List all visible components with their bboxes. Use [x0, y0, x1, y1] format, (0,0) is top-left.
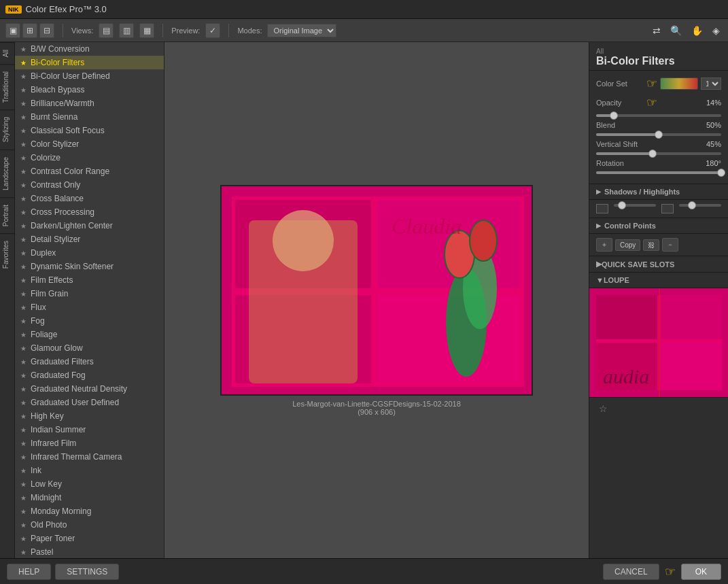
view-c-btn[interactable]: ▦: [139, 23, 154, 38]
filter-star-icon[interactable]: ★: [20, 372, 27, 379]
filter-item[interactable]: ★Indian Summer: [15, 423, 164, 436]
quick-save-header[interactable]: ▶ QUICK SAVE SLOTS: [589, 256, 728, 273]
filter-star-icon[interactable]: ★: [20, 168, 27, 175]
vshift-slider[interactable]: [596, 152, 721, 155]
filter-star-icon[interactable]: ★: [20, 549, 27, 556]
view-dual-btn[interactable]: ⊟: [39, 23, 54, 38]
filter-item[interactable]: ★Dynamic Skin Softener: [15, 260, 164, 273]
filter-item[interactable]: ★Old Photo: [15, 518, 164, 532]
filter-item[interactable]: ★Color Stylizer: [15, 137, 164, 151]
filter-star-icon[interactable]: ★: [20, 304, 27, 311]
filter-star-icon[interactable]: ★: [20, 59, 27, 67]
shadow-box-1[interactable]: [596, 204, 608, 213]
more-tool-btn[interactable]: ◈: [710, 24, 723, 37]
filter-star-icon[interactable]: ★: [20, 86, 27, 94]
cp-link-btn[interactable]: ⛓: [643, 239, 659, 251]
filter-star-icon[interactable]: ★: [20, 154, 27, 162]
settings-button[interactable]: SETTINGS: [55, 564, 119, 580]
filter-star-icon[interactable]: ★: [20, 73, 27, 80]
loupe-header[interactable]: ▼ LOUPE: [589, 273, 728, 288]
filter-item[interactable]: ★Film Effects: [15, 273, 164, 287]
tab-stylizing[interactable]: Stylizing: [0, 109, 14, 149]
filter-item[interactable]: ★Foliage: [15, 328, 164, 341]
filter-item[interactable]: ★Colorize: [15, 151, 164, 165]
filter-item[interactable]: ★Classical Soft Focus: [15, 124, 164, 137]
opacity-thumb[interactable]: [610, 111, 618, 120]
ok-button[interactable]: OK: [681, 564, 721, 580]
filter-item[interactable]: ★Detail Stylizer: [15, 233, 164, 246]
filter-star-icon[interactable]: ★: [20, 494, 27, 502]
rotation-slider[interactable]: [596, 171, 721, 174]
filter-item[interactable]: ★Flux: [15, 300, 164, 314]
filter-star-icon[interactable]: ★: [20, 426, 27, 434]
modes-select[interactable]: Original Image: [267, 24, 336, 37]
filter-item[interactable]: ★Contrast Only: [15, 178, 164, 192]
preview-image[interactable]: Claudia: [220, 185, 533, 396]
filter-item[interactable]: ★Darken/Lighten Center: [15, 219, 164, 233]
shadow-box-2[interactable]: [661, 204, 674, 213]
filter-star-icon[interactable]: ★: [20, 535, 27, 543]
filter-star-icon[interactable]: ★: [20, 141, 27, 148]
shadow-thumb-2[interactable]: [688, 201, 696, 209]
filter-item[interactable]: ★Bi-Color Filters: [15, 56, 164, 69]
shadow-slider-2[interactable]: [679, 204, 721, 207]
compare-tool-btn[interactable]: ⇄: [650, 24, 663, 37]
filter-star-icon[interactable]: ★: [20, 413, 27, 420]
filter-star-icon[interactable]: ★: [20, 467, 27, 475]
view-single-btn[interactable]: ▣: [5, 23, 20, 38]
filter-item[interactable]: ★Contrast Color Range: [15, 165, 164, 178]
shadows-highlights-header[interactable]: ▶ Shadows / Highlights: [589, 184, 728, 200]
filter-item[interactable]: ★Fog: [15, 314, 164, 328]
filter-star-icon[interactable]: ★: [20, 345, 27, 352]
filter-item[interactable]: ★Pastel: [15, 545, 164, 558]
filter-star-icon[interactable]: ★: [20, 508, 27, 515]
tab-portrait[interactable]: Portrait: [0, 197, 14, 233]
filter-item[interactable]: ★High Key: [15, 409, 164, 423]
filter-star-icon[interactable]: ★: [20, 100, 27, 107]
preview-check-btn[interactable]: ✓: [205, 23, 220, 38]
tab-all[interactable]: All: [0, 42, 14, 64]
filter-star-icon[interactable]: ★: [20, 222, 27, 230]
opacity-slider[interactable]: [596, 114, 721, 117]
filter-star-icon[interactable]: ★: [20, 209, 27, 216]
vshift-thumb[interactable]: [648, 150, 657, 158]
filter-star-icon[interactable]: ★: [20, 182, 27, 189]
filter-item[interactable]: ★Cross Processing: [15, 205, 164, 219]
filter-star-icon[interactable]: ★: [20, 114, 27, 121]
view-a-btn[interactable]: ▤: [99, 23, 114, 38]
tab-traditional[interactable]: Traditional: [0, 64, 14, 109]
view-b-btn[interactable]: ▥: [119, 23, 134, 38]
help-button[interactable]: HELP: [7, 564, 51, 580]
filter-star-icon[interactable]: ★: [20, 236, 27, 243]
filter-item[interactable]: ★Graduated Filters: [15, 355, 164, 368]
tab-landscape[interactable]: Landscape: [0, 150, 14, 197]
filter-star-icon[interactable]: ★: [20, 399, 27, 407]
filter-item[interactable]: ★Low Key: [15, 477, 164, 491]
shadow-thumb-1[interactable]: [618, 201, 626, 209]
filter-star-icon[interactable]: ★: [20, 358, 27, 366]
control-points-header[interactable]: ▶ Control Points: [589, 218, 728, 234]
filter-star-icon[interactable]: ★: [20, 385, 27, 393]
filter-item[interactable]: ★Infrared Thermal Camera: [15, 450, 164, 464]
tab-favorites[interactable]: Favorites: [0, 233, 14, 275]
filter-item[interactable]: ★Midnight: [15, 491, 164, 504]
filter-star-icon[interactable]: ★: [20, 440, 27, 447]
filter-star-icon[interactable]: ★: [20, 250, 27, 257]
filter-star-icon[interactable]: ★: [20, 263, 27, 271]
filter-star-icon[interactable]: ★: [20, 481, 27, 488]
filter-star-icon[interactable]: ★: [20, 521, 27, 529]
filter-item[interactable]: ★Film Grain: [15, 287, 164, 300]
filter-star-icon[interactable]: ★: [20, 195, 27, 203]
cancel-button[interactable]: CANCEL: [603, 564, 659, 580]
cp-add-btn[interactable]: ＋: [596, 238, 612, 252]
filter-item[interactable]: ★Cross Balance: [15, 192, 164, 205]
filter-star-icon[interactable]: ★: [20, 290, 27, 298]
filter-item[interactable]: ★Glamour Glow: [15, 341, 164, 355]
cp-copy-btn[interactable]: Copy: [615, 239, 640, 251]
shadow-slider-1[interactable]: [614, 204, 656, 207]
filter-item[interactable]: ★Infrared Film: [15, 436, 164, 450]
filter-item[interactable]: ★Graduated User Defined: [15, 396, 164, 409]
filter-item[interactable]: ★Monday Morning: [15, 504, 164, 518]
loupe-star-icon[interactable]: ☆: [596, 400, 610, 417]
blend-slider[interactable]: [596, 133, 721, 136]
